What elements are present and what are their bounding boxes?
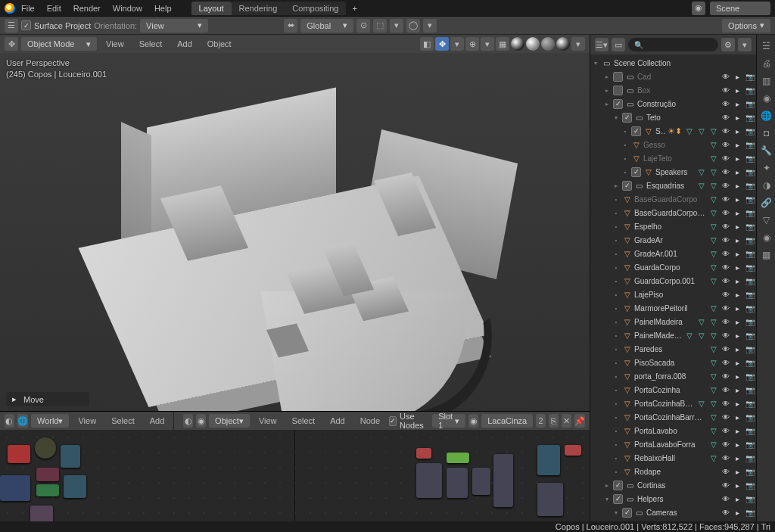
hide-render-icon[interactable]: 📷	[745, 304, 755, 313]
hide-render-icon[interactable]: 📷	[745, 195, 755, 204]
outliner-item[interactable]: • ▽ Espelho ▽ 👁 ▸ 📷	[592, 219, 756, 233]
disclosure-icon[interactable]: ▾	[603, 496, 611, 502]
outliner-item[interactable]: • ▽ GuardaCorpo ▽ 👁 ▸ 📷	[592, 260, 756, 274]
hide-select-icon[interactable]: ▸	[733, 345, 742, 353]
disclosure-icon[interactable]: •	[612, 359, 620, 366]
hide-select-icon[interactable]: ▸	[733, 73, 742, 81]
viewport-menu-view[interactable]: View	[100, 37, 130, 51]
hide-select-icon[interactable]: ▸	[733, 222, 742, 231]
hide-viewport-icon[interactable]: 👁	[721, 263, 730, 272]
disclosure-icon[interactable]: ▸	[603, 482, 611, 489]
prop-tab-material[interactable]: ◉	[758, 229, 774, 245]
hide-viewport-icon[interactable]: 👁	[721, 141, 730, 149]
hide-render-icon[interactable]: 📷	[745, 236, 755, 244]
proportional-edit[interactable]: ◯	[406, 19, 420, 33]
outliner-item[interactable]: • ▽ porta_forra.008 ▽ 👁 ▸ 📷	[592, 369, 756, 383]
hide-viewport-icon[interactable]: 👁	[721, 127, 730, 135]
hide-viewport-icon[interactable]: 👁	[721, 345, 730, 353]
disclosure-icon[interactable]: •	[612, 414, 620, 421]
item-name[interactable]: LajeTeto	[643, 154, 706, 163]
gizmo-dropdown[interactable]: ▾	[450, 37, 464, 51]
disclosure-icon[interactable]: •	[612, 250, 620, 257]
item-name[interactable]: PortaCozinhaBarreira	[634, 413, 706, 422]
hide-render-icon[interactable]: 📷	[745, 154, 755, 163]
outliner-item[interactable]: • ▽ Gesso ▽ 👁 ▸ 📷	[592, 138, 756, 151]
display-mode-icon[interactable]: ▭	[612, 38, 625, 51]
prop-tab-output[interactable]: 🖨	[758, 55, 774, 71]
hide-select-icon[interactable]: ▸	[733, 154, 742, 163]
hide-viewport-icon[interactable]: 👁	[721, 114, 730, 122]
new-collection-icon[interactable]: ▾	[738, 38, 752, 51]
hide-viewport-icon[interactable]: 👁	[721, 481, 730, 490]
item-name[interactable]: PisoSacada	[634, 359, 706, 367]
material-icon[interactable]: ▽	[708, 140, 718, 150]
hide-render-icon[interactable]: 📷	[745, 345, 755, 353]
snap-toggle[interactable]: ⬚	[373, 19, 387, 33]
disclosure-icon[interactable]: •	[612, 210, 620, 216]
outliner-item[interactable]: • ▽ RebaixoHall ▽ 👁 ▸ 📷	[592, 451, 756, 465]
item-name[interactable]: BaseGuardaCorpo	[634, 195, 706, 204]
hide-render-icon[interactable]: 📷	[745, 454, 755, 462]
hide-render-icon[interactable]: 📷	[745, 359, 755, 367]
hide-viewport-icon[interactable]: 👁	[721, 277, 730, 285]
item-name[interactable]: MarmorePeitoril	[634, 304, 706, 313]
outliner-item[interactable]: • ▽ LajeTeto ▽ 👁 ▸ 📷	[592, 151, 756, 165]
outliner-item[interactable]: ▸ ▭ Cortinas 👁 ▸ 📷	[592, 478, 756, 492]
material-icon[interactable]: ▽	[696, 126, 706, 136]
shader-type-dropdown[interactable]: Object▾	[209, 414, 250, 428]
outliner-item[interactable]: ▾ ▭ Cameras 👁 ▸ 📷	[592, 506, 756, 519]
prop-tab-world[interactable]: 🌐	[758, 107, 774, 123]
hide-render-icon[interactable]: 📷	[745, 222, 755, 231]
material-icon[interactable]: ▽	[708, 263, 718, 272]
hide-select-icon[interactable]: ▸	[733, 468, 742, 476]
slot-dropdown[interactable]: Slot 1▾	[432, 414, 465, 428]
world-menu-add[interactable]: Add	[144, 414, 171, 428]
menu-window[interactable]: Window	[107, 2, 148, 15]
disclosure-icon[interactable]: ▾	[612, 509, 620, 516]
hide-render-icon[interactable]: 📷	[745, 400, 755, 408]
outliner-type-icon[interactable]: ☰▾	[595, 38, 608, 51]
item-name[interactable]: LajePiso	[634, 291, 718, 299]
disclosure-icon[interactable]: •	[621, 155, 629, 162]
hide-render-icon[interactable]: 📷	[745, 291, 755, 299]
hide-render-icon[interactable]: 📷	[745, 114, 755, 122]
hide-select-icon[interactable]: ▸	[733, 250, 742, 258]
outliner-item[interactable]: • ▽ BaseGuardaCorpo.001 ▽ 👁 ▸ 📷	[592, 206, 756, 219]
scene-icon[interactable]: ◉	[692, 2, 705, 15]
item-name[interactable]: Cad	[637, 73, 718, 81]
hide-select-icon[interactable]: ▸	[733, 263, 742, 272]
disclosure-icon[interactable]: •	[612, 468, 620, 475]
hide-viewport-icon[interactable]: 👁	[721, 372, 730, 381]
hide-viewport-icon[interactable]: 👁	[721, 73, 730, 81]
disclosure-icon[interactable]: ▾	[612, 114, 620, 121]
hide-viewport-icon[interactable]: 👁	[721, 386, 730, 394]
hide-viewport-icon[interactable]: 👁	[721, 182, 730, 190]
hide-select-icon[interactable]: ▸	[733, 372, 742, 381]
material-browse-icon[interactable]: ◉	[468, 414, 478, 428]
viewport-menu-add[interactable]: Add	[171, 37, 198, 51]
prop-tab-render[interactable]: ☱	[758, 38, 774, 54]
hide-render-icon[interactable]: 📷	[745, 427, 755, 435]
material-icon[interactable]: ▽	[708, 194, 718, 204]
shader-menu-view[interactable]: View	[253, 414, 283, 428]
outliner-item[interactable]: • ▽ Speakers ▽▽ 👁 ▸ 📷	[592, 165, 756, 179]
visibility-checkbox[interactable]	[622, 181, 632, 191]
disclosure-icon[interactable]: •	[621, 169, 629, 176]
outliner-item[interactable]: • ▽ GradeAr ▽ 👁 ▸ 📷	[592, 233, 756, 247]
use-nodes-checkbox[interactable]	[389, 416, 397, 426]
material-icon[interactable]: ▽	[708, 303, 718, 313]
hide-viewport-icon[interactable]: 👁	[721, 468, 730, 476]
item-name[interactable]: GradeAr	[634, 236, 706, 244]
overlay-toggle[interactable]: ⊕	[465, 37, 479, 51]
item-name[interactable]: Rodape	[634, 468, 718, 476]
item-name[interactable]: Esquadrias	[646, 182, 694, 190]
hide-viewport-icon[interactable]: 👁	[721, 236, 730, 244]
material-icon[interactable]: ▽	[708, 276, 718, 286]
world-dropdown[interactable]: World▾	[31, 414, 70, 428]
visibility-checkbox[interactable]	[631, 167, 641, 177]
outliner-item[interactable]: ▸ ▭ Cad 👁 ▸ 📷	[592, 70, 756, 83]
node-canvas[interactable]: World LacaCinza	[0, 430, 590, 532]
outliner-item[interactable]: • ▽ PortaLavaboForra ▽ 👁 ▸ 📷	[592, 437, 756, 451]
shader-menu-select[interactable]: Select	[286, 414, 322, 428]
item-name[interactable]: PainelMadeira.001	[634, 331, 682, 340]
